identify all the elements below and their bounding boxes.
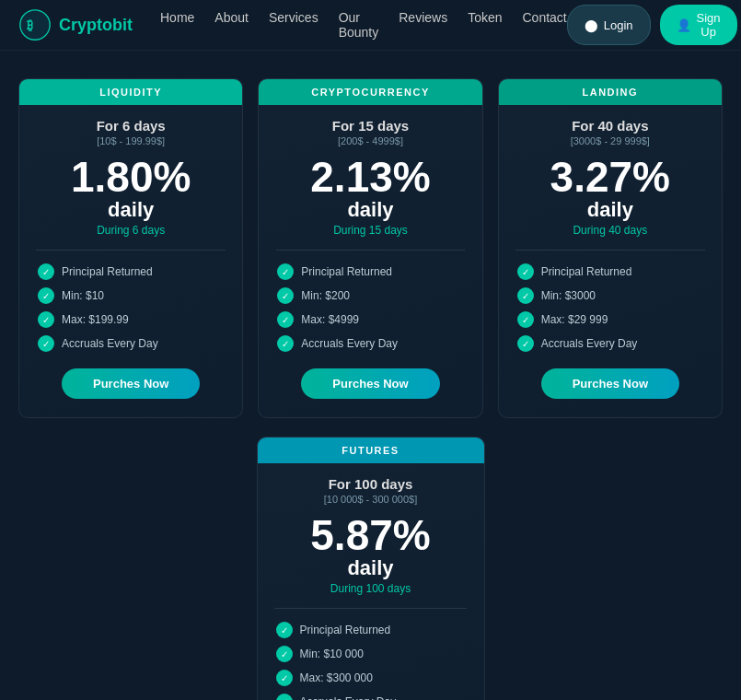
- nav-links: Home About Services Our Bounty Reviews T…: [160, 10, 567, 40]
- card-title-landing: For 40 days: [572, 118, 648, 134]
- user-icon: 👤: [677, 18, 691, 32]
- card-unit-liquidity: daily: [108, 198, 154, 222]
- feature-min-3: ✓ Min: $10 000: [276, 646, 466, 662]
- card-rate-futures: 5.87%: [310, 514, 430, 556]
- card-rate-landing: 3.27%: [550, 156, 670, 198]
- card-divider-landing: [515, 250, 705, 251]
- feature-principal-2: ✓ Principal Returned: [517, 263, 703, 280]
- svg-point-0: [20, 10, 50, 40]
- nav-actions: ⬤ Login 👤 Sign Up: [567, 5, 737, 45]
- check-icon-1-0: ✓: [277, 263, 294, 280]
- check-icon-2-2: ✓: [517, 311, 534, 328]
- card-features-crypto: ✓ Principal Returned ✓ Min: $200 ✓ Max: …: [259, 263, 481, 352]
- card-unit-landing: daily: [587, 198, 633, 222]
- navbar: ₿ Cryptobit Home About Services Our Boun…: [0, 0, 741, 51]
- feature-accruals-2: ✓ Accruals Every Day: [517, 335, 703, 352]
- nav-contact[interactable]: Contact: [523, 10, 567, 40]
- svg-text:₿: ₿: [27, 18, 33, 32]
- check-icon-0-2: ✓: [38, 311, 54, 328]
- feature-max-3: ✓ Max: $300 000: [276, 670, 466, 686]
- purchase-button-landing[interactable]: Purches Now: [541, 368, 679, 399]
- card-range-landing: [3000$ - 29 999$]: [571, 135, 650, 146]
- card-divider-liquidity: [36, 250, 226, 251]
- card-range-crypto: [200$ - 4999$]: [338, 135, 403, 146]
- check-icon-0-0: ✓: [38, 263, 54, 280]
- card-badge-crypto: CRYPTOCURRENCY: [259, 79, 481, 105]
- feature-max-1: ✓ Max: $4999: [277, 311, 463, 328]
- feature-max-2: ✓ Max: $29 999: [517, 311, 703, 328]
- card-duration-crypto: During 15 days: [333, 224, 408, 237]
- nav-services[interactable]: Services: [269, 10, 318, 40]
- card-duration-futures: During 100 days: [330, 582, 411, 595]
- card-range-liquidity: [10$ - 199.99$]: [97, 135, 165, 146]
- signup-button[interactable]: 👤 Sign Up: [660, 5, 737, 45]
- card-features-landing: ✓ Principal Returned ✓ Min: $3000 ✓ Max:…: [499, 263, 722, 352]
- logo[interactable]: ₿ Cryptobit: [18, 8, 133, 41]
- card-badge-futures: FUTURES: [258, 438, 484, 463]
- card-features-futures: ✓ Principal Returned ✓ Min: $10 000 ✓ Ma…: [258, 622, 484, 700]
- feature-principal-1: ✓ Principal Returned: [277, 263, 463, 280]
- check-icon-2-3: ✓: [517, 335, 534, 352]
- card-badge-liquidity: LIQUIDITY: [19, 79, 242, 105]
- feature-min-1: ✓ Min: $200: [277, 287, 463, 304]
- feature-max-0: ✓ Max: $199.99: [38, 311, 224, 328]
- card-duration-landing: During 40 days: [573, 224, 647, 237]
- card-divider-futures: [274, 608, 467, 609]
- card-rate-liquidity: 1.80%: [71, 156, 191, 198]
- feature-principal-3: ✓ Principal Returned: [276, 622, 466, 638]
- card-range-futures: [10 000$ - 300 000$]: [324, 494, 418, 505]
- purchase-button-liquidity[interactable]: Purches Now: [62, 368, 200, 399]
- card-duration-liquidity: During 6 days: [97, 224, 165, 237]
- feature-accruals-3: ✓ Accruals Every Day: [276, 694, 466, 700]
- check-icon-3-0: ✓: [276, 622, 293, 638]
- check-icon-3-2: ✓: [276, 670, 293, 686]
- nav-about[interactable]: About: [214, 10, 249, 40]
- feature-accruals-0: ✓ Accruals Every Day: [38, 335, 224, 352]
- card-rate-crypto: 2.13%: [310, 156, 430, 198]
- card-unit-futures: daily: [347, 556, 393, 580]
- check-icon-1-3: ✓: [277, 335, 294, 352]
- check-icon-1-1: ✓: [277, 287, 294, 304]
- card-unit-crypto: daily: [347, 198, 393, 222]
- purchase-button-crypto[interactable]: Purches Now: [301, 368, 439, 399]
- card-liquidity: LIQUIDITY For 6 days [10$ - 199.99$] 1.8…: [18, 78, 243, 418]
- logo-text: Cryptobit: [59, 16, 133, 35]
- login-icon: ⬤: [585, 18, 598, 32]
- nav-reviews[interactable]: Reviews: [399, 10, 447, 40]
- check-icon-1-2: ✓: [277, 311, 294, 328]
- main-content: LIQUIDITY For 6 days [10$ - 199.99$] 1.8…: [0, 51, 741, 700]
- top-cards-row: LIQUIDITY For 6 days [10$ - 199.99$] 1.8…: [18, 78, 723, 418]
- nav-home[interactable]: Home: [160, 10, 194, 40]
- card-cryptocurrency: CRYPTOCURRENCY For 15 days [200$ - 4999$…: [258, 78, 482, 418]
- check-icon-3-1: ✓: [276, 646, 293, 662]
- feature-min-0: ✓ Min: $10: [38, 287, 224, 304]
- check-icon-2-1: ✓: [517, 287, 534, 304]
- check-icon-0-1: ✓: [38, 287, 54, 304]
- bottom-cards-row: FUTURES For 100 days [10 000$ - 300 000$…: [18, 437, 723, 700]
- nav-token[interactable]: Token: [468, 10, 502, 40]
- check-icon-2-0: ✓: [517, 263, 534, 280]
- feature-min-2: ✓ Min: $3000: [517, 287, 703, 304]
- login-button[interactable]: ⬤ Login: [567, 5, 651, 45]
- card-futures: FUTURES For 100 days [10 000$ - 300 000$…: [257, 437, 485, 700]
- card-badge-landing: LANDING: [499, 79, 722, 105]
- check-icon-3-3: ✓: [276, 694, 293, 700]
- card-title-liquidity: For 6 days: [97, 118, 166, 134]
- card-features-liquidity: ✓ Principal Returned ✓ Min: $10 ✓ Max: $…: [19, 263, 242, 352]
- feature-accruals-1: ✓ Accruals Every Day: [277, 335, 463, 352]
- card-title-crypto: For 15 days: [332, 118, 409, 134]
- check-icon-0-3: ✓: [38, 335, 54, 352]
- card-landing: LANDING For 40 days [3000$ - 29 999$] 3.…: [498, 78, 723, 418]
- feature-principal-0: ✓ Principal Returned: [38, 263, 224, 280]
- nav-our-bounty[interactable]: Our Bounty: [339, 10, 379, 40]
- card-title-futures: For 100 days: [329, 476, 413, 492]
- card-divider-crypto: [276, 250, 466, 251]
